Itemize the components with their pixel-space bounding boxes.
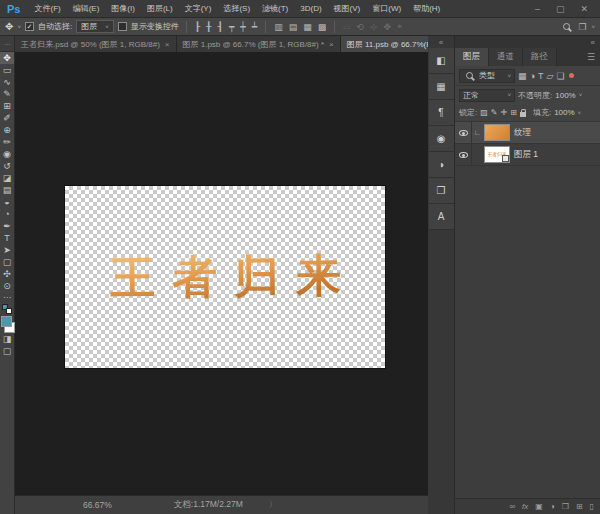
align-top-icon[interactable]: ┯ — [228, 22, 235, 32]
menu-item-3d[interactable]: 3D(D) — [294, 4, 327, 13]
filter-type-dropdown[interactable]: 类型 ˅ — [459, 69, 515, 83]
tool-lasso[interactable]: ∿ — [0, 76, 14, 88]
layer-thumbnail[interactable]: 王者归来 — [485, 147, 509, 162]
layer-row-texture[interactable]: ∟ 纹理 — [455, 122, 600, 144]
tool-hand[interactable]: ✣ — [0, 268, 14, 280]
character-panel-icon[interactable]: A — [429, 204, 454, 230]
menu-item-file[interactable]: 文件(F) — [28, 3, 66, 14]
tool-clone-stamp[interactable]: ◉ — [0, 148, 14, 160]
zoom-level-field[interactable]: 66.67% — [83, 500, 112, 510]
filter-type-layers-icon[interactable]: T — [538, 71, 544, 81]
workspace-icon[interactable]: ❐ — [577, 22, 587, 32]
tool-brush[interactable]: ✏ — [0, 136, 14, 148]
lock-image-pixels-icon[interactable]: ✎ — [491, 108, 498, 117]
auto-select-dropdown[interactable]: 图层 ˅ — [76, 20, 114, 33]
adjustments-panel-icon[interactable]: ◉ — [429, 126, 454, 152]
paragraph-panel-icon[interactable]: ¶ — [429, 100, 454, 126]
delete-layer-icon[interactable]: ▯ — [590, 503, 594, 511]
new-layer-icon[interactable]: ⊞ — [576, 503, 583, 511]
lock-transparent-pixels-icon[interactable]: ▨ — [480, 108, 488, 117]
layer-name[interactable]: 纹理 — [514, 127, 531, 139]
layer-mask-icon[interactable]: ▣ — [535, 503, 543, 511]
layer-style-icon[interactable]: fx — [522, 502, 528, 511]
tool-quick-selection[interactable]: ✎ — [0, 88, 14, 100]
blend-mode-dropdown[interactable]: 正常 ˅ — [459, 89, 515, 102]
tool-path-selection[interactable]: ➤ — [0, 244, 14, 256]
panel-menu-icon[interactable]: ☰ — [587, 52, 600, 62]
tool-healing-brush[interactable]: ⊕ — [0, 124, 14, 136]
lock-position-icon[interactable]: ✛ — [501, 108, 508, 117]
tool-eraser[interactable]: ◪ — [0, 172, 14, 184]
document-canvas[interactable]: 王者归来 — [65, 186, 385, 368]
tool-preset-arrow-icon[interactable]: ˅ — [17, 24, 21, 30]
layer-thumbnail[interactable] — [485, 125, 509, 140]
visibility-cell[interactable] — [455, 122, 472, 143]
filter-pixel-layers-icon[interactable]: ▦ — [518, 71, 527, 81]
tool-move[interactable]: ✥ — [0, 52, 14, 64]
maximize-icon[interactable]: ▢ — [556, 4, 565, 14]
canvas-workspace[interactable]: 王者归来 — [15, 52, 428, 495]
distribute-v-icon[interactable]: ▤ — [288, 22, 299, 32]
tab-channels[interactable]: 通道 — [489, 48, 523, 66]
search-icon[interactable] — [563, 23, 570, 30]
tool-eyedropper[interactable]: ✐ — [0, 112, 14, 124]
new-group-icon[interactable]: ❒ — [562, 503, 569, 511]
quick-mask-button[interactable]: ◨ — [0, 333, 14, 345]
status-options-arrow-icon[interactable]: 〉 — [269, 499, 278, 511]
tool-rectangle[interactable]: ▢ — [0, 256, 14, 268]
tool-zoom[interactable]: ⊙ — [0, 280, 14, 292]
show-transform-checkbox[interactable] — [118, 22, 127, 31]
chevron-down-icon[interactable]: ˅ — [578, 110, 582, 116]
opacity-value[interactable]: 100% — [555, 91, 575, 100]
minimize-icon[interactable]: – — [535, 4, 540, 14]
menu-item-layer[interactable]: 图层(L) — [141, 3, 179, 14]
menu-item-help[interactable]: 帮助(H) — [407, 3, 446, 14]
align-right-icon[interactable]: ┨ — [217, 22, 224, 32]
tab-layers[interactable]: 图层 — [455, 48, 489, 66]
tab-paths[interactable]: 路径 — [523, 48, 557, 66]
lock-all-icon[interactable] — [520, 112, 526, 117]
tool-dodge[interactable]: ◔ — [0, 208, 14, 220]
screen-mode-button[interactable]: ▢ — [0, 345, 14, 357]
distribute-h-icon[interactable]: ▥ — [273, 22, 284, 32]
menu-item-edit[interactable]: 编辑(E) — [67, 3, 106, 14]
auto-select-checkbox[interactable]: ✓ — [25, 22, 34, 31]
tool-type[interactable]: T — [0, 232, 14, 244]
filter-shape-layers-icon[interactable]: ▱ — [546, 71, 553, 81]
chevron-down-icon[interactable]: ˅ — [579, 92, 583, 98]
close-icon[interactable]: × — [165, 40, 170, 49]
filter-smart-objects-icon[interactable]: ❏ — [556, 71, 564, 81]
dock-collapse-icon[interactable]: « — [428, 36, 454, 48]
menu-item-view[interactable]: 视图(V) — [328, 3, 367, 14]
tool-gradient[interactable]: ▤ — [0, 184, 14, 196]
tool-crop[interactable]: ⊞ — [0, 100, 14, 112]
close-icon[interactable]: ✕ — [580, 4, 588, 14]
distribute-space-icon[interactable]: ▦ — [302, 22, 313, 32]
tool-history-brush[interactable]: ↺ — [0, 160, 14, 172]
menu-item-image[interactable]: 图像(I) — [105, 3, 141, 14]
filter-toggle-icon[interactable] — [569, 73, 574, 78]
auto-align-icon[interactable]: ▩ — [317, 22, 328, 32]
align-hcenter-icon[interactable]: ╂ — [205, 22, 212, 32]
tool-pen[interactable]: ✒ — [0, 220, 14, 232]
default-colors-icon[interactable] — [2, 304, 12, 314]
align-vcenter-icon[interactable]: ┿ — [239, 22, 246, 32]
lock-artboard-icon[interactable]: ⊞ — [510, 108, 517, 117]
filter-adjustment-layers-icon[interactable]: ◑ — [530, 71, 535, 81]
color-panel-icon[interactable]: ◧ — [429, 48, 454, 74]
adjustment-layer-icon[interactable]: ◑ — [550, 503, 555, 511]
layer-row-layer1[interactable]: 王者归来 图层 1 — [455, 144, 600, 166]
align-left-icon[interactable]: ┠ — [194, 22, 201, 32]
visibility-cell[interactable] — [455, 144, 472, 165]
styles-panel-icon[interactable]: ◑ — [429, 152, 454, 178]
toolbar-collapse-handle[interactable]: ⋯ — [0, 36, 14, 52]
close-icon[interactable]: × — [329, 40, 334, 49]
menu-item-type[interactable]: 文字(Y) — [179, 3, 218, 14]
menu-item-window[interactable]: 窗口(W) — [366, 3, 407, 14]
link-layers-icon[interactable]: ∞ — [509, 503, 515, 511]
document-tab-3-active[interactable]: 图层 11.psb @ 66.7%(RGB/8#) * × — [341, 36, 428, 52]
libraries-panel-icon[interactable]: ❐ — [429, 178, 454, 204]
foreground-color-swatch[interactable] — [1, 316, 12, 327]
layer-name[interactable]: 图层 1 — [514, 149, 538, 161]
fill-value[interactable]: 100% — [554, 108, 574, 117]
